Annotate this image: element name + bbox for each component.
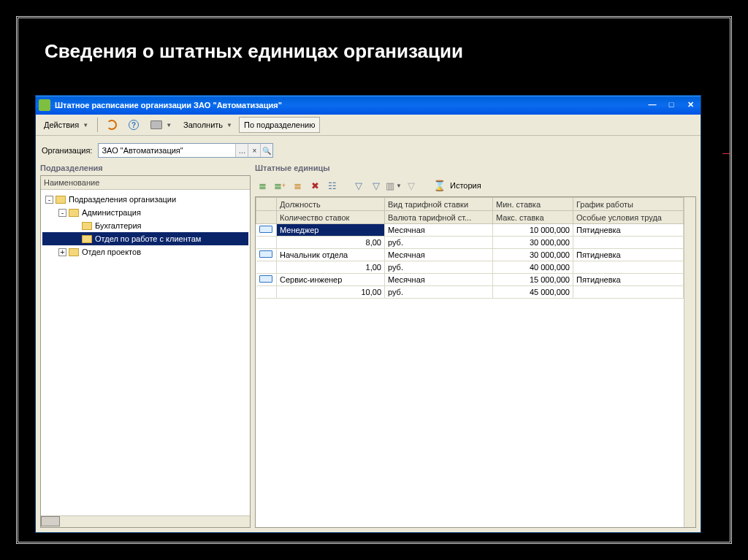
cell-conditions[interactable] <box>573 261 684 274</box>
org-label: Организация: <box>42 146 92 155</box>
print-icon <box>150 120 162 129</box>
table-row-sub[interactable]: 1,00руб.40 000,000 <box>256 261 684 274</box>
org-input[interactable] <box>99 144 235 157</box>
cell-quantity[interactable]: 8,00 <box>277 237 385 249</box>
minimize-button[interactable]: — <box>645 99 660 112</box>
tree-item[interactable]: -Администрация <box>42 206 248 219</box>
table-row[interactable]: Сервис-инженерМесячная15 000,000Пятиднев… <box>256 274 684 286</box>
columns-button[interactable]: ▥▼ <box>386 178 401 193</box>
tree-item[interactable]: +Отдел проектов <box>42 245 248 258</box>
refresh-icon <box>107 120 117 130</box>
right-panel-title: Штатные единицы <box>255 162 696 175</box>
add-copy-button[interactable]: ≣+ <box>272 178 287 193</box>
cell-schedule[interactable]: Пятидневка <box>573 274 684 286</box>
cell-quantity[interactable]: 1,00 <box>277 261 385 274</box>
cell-currency[interactable]: руб. <box>385 261 493 274</box>
row-icon <box>259 275 272 283</box>
tree-item[interactable]: -Подразделения организации <box>42 193 248 206</box>
panels: Подразделения Наименование -Подразделени… <box>36 162 701 532</box>
column-header[interactable]: Вид тарифной ставки <box>385 198 493 211</box>
column-header[interactable]: Количество ставок <box>277 211 385 224</box>
left-panel-title: Подразделения <box>40 162 251 175</box>
tree-item[interactable]: Бухгалтерия <box>42 219 248 232</box>
cell-rate-type[interactable]: Месячная <box>385 249 493 261</box>
column-header[interactable]: Должность <box>277 198 385 211</box>
cell-position[interactable]: Менеджер <box>277 224 385 237</box>
table-row-sub[interactable]: 8,00руб.30 000,000 <box>256 237 684 249</box>
cell-min-rate[interactable]: 15 000,000 <box>493 274 573 286</box>
cell-conditions[interactable] <box>573 237 684 249</box>
refresh-button[interactable] <box>102 117 122 133</box>
filter-button[interactable]: ▽ <box>351 178 366 193</box>
column-header[interactable]: Особые условия труда <box>573 211 684 224</box>
by-department-button[interactable]: По подразделению <box>239 117 320 133</box>
row-icon-cell <box>256 224 277 237</box>
tree-expander[interactable]: - <box>58 209 66 217</box>
cell-min-rate[interactable]: 30 000,000 <box>493 249 573 261</box>
row-icon-cell <box>256 274 277 286</box>
cell-rate-type[interactable]: Месячная <box>385 224 493 237</box>
grid-vscroll[interactable] <box>684 197 695 527</box>
help-button[interactable]: ? <box>123 117 144 133</box>
table-row[interactable]: МенеджерМесячная10 000,000Пятидневка <box>256 224 684 237</box>
column-header[interactable]: График работы <box>573 198 684 211</box>
filter-off-button[interactable]: ▽ <box>369 178 383 193</box>
sort-button[interactable]: ▽ <box>404 178 419 193</box>
maximize-button[interactable]: □ <box>664 99 679 112</box>
add-button[interactable]: ≣ <box>255 178 270 193</box>
tree-hscroll[interactable] <box>41 515 250 527</box>
decoration-tick <box>722 153 730 154</box>
tree-item[interactable]: Отдел по работе с клиентам <box>42 232 248 245</box>
row-icon <box>259 226 272 233</box>
edit-button[interactable]: ≣ <box>290 178 305 193</box>
column-header[interactable]: Валюта тарифной ст... <box>385 211 493 224</box>
column-header[interactable] <box>256 198 277 211</box>
cell-max-rate[interactable]: 40 000,000 <box>493 261 573 274</box>
column-header[interactable]: Макс. ставка <box>493 211 573 224</box>
delete-button[interactable]: ✖ <box>308 178 322 193</box>
main-toolbar: Действия▼ ? ▼ Заполнить▼ По подразделени… <box>36 115 701 136</box>
print-button[interactable]: ▼ <box>145 117 177 133</box>
org-combo[interactable]: … × 🔍 <box>98 143 273 158</box>
table-row-sub[interactable]: 10,00руб.45 000,000 <box>256 286 684 299</box>
tree-item-label: Отдел проектов <box>82 248 141 256</box>
cell-min-rate[interactable]: 10 000,000 <box>493 224 573 237</box>
tree-item-label: Администрация <box>82 208 141 217</box>
tree-expander[interactable]: - <box>45 196 53 204</box>
close-button[interactable]: ✕ <box>683 99 698 112</box>
fill-menu[interactable]: Заполнить▼ <box>178 117 237 133</box>
tree-wrap: Наименование -Подразделения организации-… <box>40 175 251 528</box>
org-search-button[interactable]: 🔍 <box>260 144 272 157</box>
slide-title: Сведения о штатных единицах организации <box>23 26 725 70</box>
cell-schedule[interactable]: Пятидневка <box>573 249 684 261</box>
tree-expander[interactable]: + <box>58 248 66 256</box>
grid[interactable]: ДолжностьВид тарифной ставкиМин. ставкаГ… <box>256 197 684 299</box>
history-button[interactable]: История <box>449 177 486 193</box>
cell-quantity[interactable]: 10,00 <box>277 286 385 299</box>
cell-position[interactable]: Сервис-инженер <box>277 274 385 286</box>
row-icon <box>259 250 272 258</box>
tree[interactable]: -Подразделения организации-Администрация… <box>41 190 250 515</box>
folder-icon <box>69 248 79 256</box>
cell-position[interactable]: Начальник отдела <box>277 249 385 261</box>
cell-conditions[interactable] <box>573 286 684 299</box>
row-icon-cell <box>256 286 277 299</box>
folder-icon <box>69 209 79 217</box>
right-panel: Штатные единицы ≣ ≣+ ≣ ✖ ☷ ▽ ▽ ▥▼ ▽ ⌛ Ис… <box>255 162 696 528</box>
history-icon: ⌛ <box>432 178 446 193</box>
column-header[interactable]: Мин. ставка <box>493 198 573 211</box>
hierarchy-button[interactable]: ☷ <box>325 178 340 193</box>
actions-menu[interactable]: Действия▼ <box>39 117 94 133</box>
org-select-button[interactable]: … <box>235 144 248 157</box>
cell-max-rate[interactable]: 30 000,000 <box>493 237 573 249</box>
tree-header: Наименование <box>41 176 250 190</box>
cell-currency[interactable]: руб. <box>385 286 493 299</box>
cell-max-rate[interactable]: 45 000,000 <box>493 286 573 299</box>
org-clear-button[interactable]: × <box>248 144 260 157</box>
column-header[interactable] <box>256 211 277 224</box>
cell-currency[interactable]: руб. <box>385 237 493 249</box>
cell-schedule[interactable]: Пятидневка <box>573 224 684 237</box>
folder-icon <box>82 235 92 243</box>
table-row[interactable]: Начальник отделаМесячная30 000,000Пятидн… <box>256 249 684 261</box>
cell-rate-type[interactable]: Месячная <box>385 274 493 286</box>
